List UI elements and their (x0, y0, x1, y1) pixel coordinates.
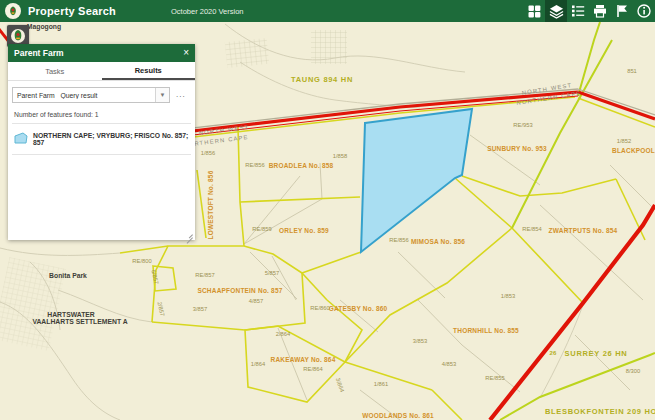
print-icon[interactable] (589, 0, 611, 22)
district-boundaries (500, 22, 655, 420)
coat-of-arms-logo (5, 3, 21, 19)
close-icon[interactable]: × (183, 48, 189, 58)
tab-tasks[interactable]: Tasks (8, 62, 102, 80)
result-item[interactable]: NORTHERN CAPE; VRYBURG; FRISCO No. 857; … (12, 123, 191, 155)
features-found-text: Number of features found: 1 (14, 111, 191, 118)
share-icon[interactable] (611, 0, 633, 22)
info-icon[interactable] (633, 0, 655, 22)
parcel-polygon-icon (14, 130, 28, 148)
app-header: Property Search October 2020 Version (0, 0, 655, 22)
urban-grid-patch (0, 257, 66, 351)
header-toolbar (523, 0, 655, 22)
legend-icon[interactable] (567, 0, 589, 22)
chevron-down-icon[interactable]: ▼ (155, 88, 169, 102)
tab-results[interactable]: Results (102, 62, 196, 80)
coat-of-arms-icon (10, 28, 26, 44)
coat-of-arms-icon (7, 5, 19, 17)
selected-parcel-frisco-857[interactable] (361, 109, 472, 252)
parent-farm-panel: Parent Farm × Tasks Results Parent Farm … (8, 44, 195, 240)
layers-icon[interactable] (545, 0, 567, 22)
basemap-grid-icon[interactable] (523, 0, 545, 22)
app-title: Property Search (28, 5, 116, 17)
panel-resize-handle[interactable] (185, 230, 193, 238)
panel-body: Parent Farm _Query result ▼ ... Number o… (8, 81, 195, 240)
query-result-select-value: Parent Farm _Query result (13, 92, 155, 99)
panel-title: Parent Farm (14, 48, 64, 58)
result-item-label: NORTHERN CAPE; VRYBURG; FRISCO No. 857; … (33, 132, 189, 146)
app-version: October 2020 Version (171, 7, 244, 16)
panel-tabs: Tasks Results (8, 62, 195, 81)
query-result-select[interactable]: Parent Farm _Query result ▼ (12, 87, 170, 103)
more-options-button[interactable]: ... (176, 93, 186, 97)
panel-header: Parent Farm × (8, 44, 195, 62)
settlement-grid-patch (225, 38, 269, 68)
